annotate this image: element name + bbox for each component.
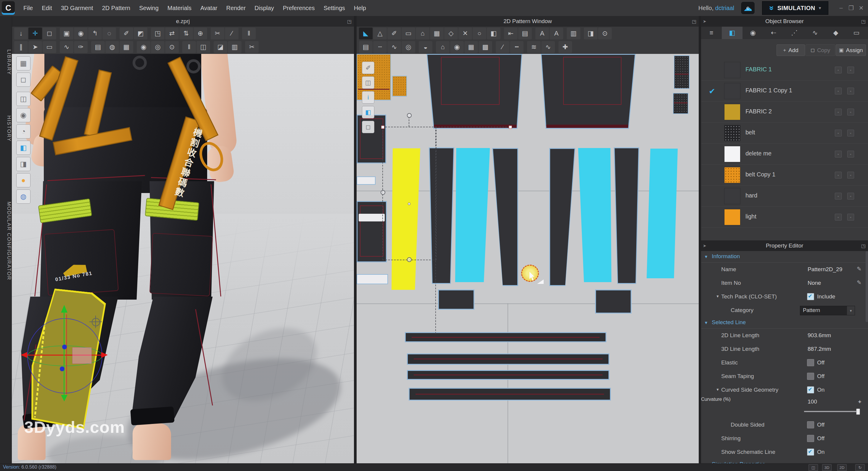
fabric-assign-icon[interactable]: ▫ <box>847 88 854 94</box>
fabric-save-icon[interactable]: ▫ <box>835 88 842 94</box>
shirt-check1-icon[interactable]: ▦ <box>464 41 478 53</box>
menu-render[interactable]: Render <box>222 5 250 11</box>
pattern-piece-front-panel-right[interactable] <box>540 54 637 129</box>
menu-3d-garment[interactable]: 3D Garment <box>57 5 98 11</box>
pattern-piece-pocket-right[interactable] <box>595 290 631 314</box>
tab-label-icon[interactable]: ▭ <box>846 27 867 39</box>
collapse-arrow-icon[interactable]: ➤ <box>703 243 706 248</box>
show-garment-icon[interactable]: ◫ <box>16 92 30 106</box>
popout-icon[interactable]: ◳ <box>347 19 351 24</box>
avatar-mini-icon[interactable]: ⊙ <box>598 28 612 39</box>
show-pins-icon[interactable]: ◉ <box>16 108 30 122</box>
garment-right-cuff[interactable] <box>130 407 174 425</box>
pinch-icon[interactable]: ∿ <box>60 41 73 53</box>
pattern-piece-panel-mid-left[interactable] <box>492 148 518 286</box>
texture-edit-icon[interactable]: ◨ <box>584 28 597 39</box>
menu-2d-pattern[interactable]: 2D Pattern <box>98 5 135 11</box>
fabric-save-icon[interactable]: ▫ <box>835 151 842 157</box>
fabric-assign-icon[interactable]: ▫ <box>847 193 854 200</box>
slider-track[interactable] <box>804 411 860 412</box>
left-knee-pocket[interactable] <box>44 229 119 296</box>
checkbox[interactable] <box>807 359 814 366</box>
sewing-pin-icon[interactable]: ◌ <box>102 28 116 39</box>
pattern-piece-strip-4[interactable] <box>614 147 639 284</box>
collapse-icon[interactable]: ▼ <box>704 254 708 259</box>
show-base-pattern-icon[interactable]: ◻ <box>362 121 374 133</box>
section-selected-line[interactable]: ▼Selected Line <box>701 317 868 329</box>
cut-sew-icon[interactable]: ✂ <box>245 41 259 53</box>
sidebar-tab-modular-configurator[interactable]: MODULAR CONFIGURATOR <box>0 170 12 312</box>
fabric-swatch[interactable] <box>724 146 740 162</box>
checkbox[interactable] <box>807 293 814 300</box>
fabric-row-hard[interactable]: hard▫▫ <box>701 185 868 207</box>
bind-icon[interactable]: ◪ <box>214 41 227 53</box>
pattern-piece-white-strip-2[interactable] <box>356 274 388 284</box>
select-move-icon[interactable]: ✛ <box>28 28 42 39</box>
view-2d-icon[interactable]: 2D <box>837 464 847 471</box>
gizmo-y-axis[interactable] <box>64 312 64 397</box>
fabric-save-icon[interactable]: ▫ <box>835 130 842 137</box>
fold-roll-icon[interactable]: ◫ <box>196 41 210 53</box>
menu-avatar[interactable]: Avatar <box>196 5 222 11</box>
pause-walk-icon[interactable]: ∥ <box>14 41 28 53</box>
steam-icon[interactable]: ◍ <box>105 41 119 53</box>
simulate-icon[interactable]: ↓ <box>14 28 28 39</box>
collapse-icon[interactable]: ▼ <box>704 320 708 325</box>
edit-pencil-icon[interactable]: ✎ <box>857 266 862 272</box>
fabric-assign-icon[interactable]: ▫ <box>847 172 854 178</box>
hide-garment-icon[interactable]: ◻ <box>16 72 30 87</box>
sew-tweak-icon[interactable]: ▤ <box>91 41 105 53</box>
menu-materials[interactable]: Materials <box>163 5 196 11</box>
edit-curve-icon[interactable]: ✐ <box>388 28 401 39</box>
fabric-row-belt-copy-1[interactable]: belt Copy 1▫▫ <box>701 164 868 186</box>
text-tool-icon[interactable]: A <box>535 28 549 39</box>
checkbox[interactable] <box>807 386 814 393</box>
pattern-piece-panel-mid-right[interactable] <box>549 148 575 286</box>
tab-button-icon[interactable]: ◉ <box>743 27 763 39</box>
pattern-info-icon[interactable]: i <box>362 91 374 104</box>
app-logo[interactable]: C <box>2 1 15 15</box>
slider-value[interactable]: 100 <box>808 399 817 405</box>
pattern-piece-waistband-2[interactable] <box>407 353 609 365</box>
edit-pencil-icon[interactable]: ✎ <box>857 279 862 286</box>
tape-measure-icon[interactable]: ▤ <box>518 28 532 39</box>
pin-icon[interactable]: ◉ <box>74 28 88 39</box>
pleats-icon[interactable]: ▥ <box>567 28 580 39</box>
show-fabric-2d-icon[interactable]: ◧ <box>362 106 374 118</box>
pattern-add-icon[interactable]: ✚ <box>558 41 572 53</box>
pattern-outline-icon[interactable]: ▦ <box>430 28 444 39</box>
fabric-assign-icon[interactable]: ▫ <box>847 130 854 137</box>
lock-button-icon[interactable]: ⊙ <box>165 41 179 53</box>
x-dart-icon[interactable]: ✕ <box>458 28 472 39</box>
checkbox[interactable] <box>807 448 814 455</box>
bottom-handle[interactable] <box>407 257 412 262</box>
tuck-icon[interactable]: ▥ <box>228 41 242 53</box>
pattern-piece-small-piece-1[interactable] <box>674 55 689 89</box>
rotate-handle[interactable] <box>407 113 412 118</box>
stitch-dashed-icon[interactable]: ┅ <box>510 41 524 53</box>
menu-sewing[interactable]: Sewing <box>135 5 163 11</box>
add-button[interactable]: +Add <box>777 45 805 56</box>
fabric-swatch[interactable] <box>724 125 740 141</box>
pattern-piece-strip-5[interactable] <box>647 149 678 278</box>
close-button[interactable]: ✕ <box>856 4 866 11</box>
assign-button[interactable]: ▣Assign <box>836 45 866 56</box>
texture-check-icon[interactable]: ▦ <box>120 41 133 53</box>
fabric-assign-icon[interactable]: ▫ <box>847 67 854 73</box>
shirt-check2-icon[interactable]: ▩ <box>478 41 492 53</box>
popout-icon[interactable]: ◳ <box>861 243 866 249</box>
side-handle[interactable] <box>380 190 385 195</box>
unfold-icon[interactable]: ◧ <box>487 28 500 39</box>
show-pattern-icon[interactable]: ◨ <box>16 157 30 171</box>
tab-trim-icon[interactable]: ◆ <box>826 27 846 39</box>
gizmo-y-arrow-up[interactable] <box>61 305 67 313</box>
view3d-titlebar[interactable]: e.zprj ◳ <box>12 16 354 27</box>
object-browser-header[interactable]: ➤ Object Browser ◳ <box>701 16 868 27</box>
wrench-icon[interactable]: ✦ <box>857 399 862 405</box>
sew-segment-icon[interactable]: ┄ <box>373 41 387 53</box>
dart-icon[interactable]: ◇ <box>444 28 458 39</box>
menu-settings[interactable]: Settings <box>319 5 349 11</box>
pattern-piece-front-panel-left[interactable] <box>426 54 523 129</box>
pinch-pen-icon[interactable]: ✑ <box>74 41 88 53</box>
elastic-icon[interactable]: ≋ <box>527 41 541 53</box>
